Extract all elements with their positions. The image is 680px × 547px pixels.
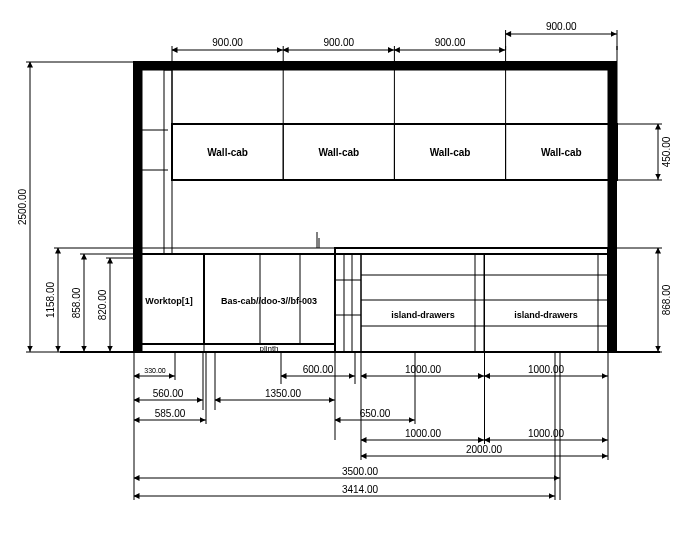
room-outline bbox=[134, 62, 616, 352]
svg-rect-6 bbox=[335, 254, 361, 352]
dim-650: 650.00 bbox=[360, 408, 391, 419]
dim-1158: 1158.00 bbox=[45, 281, 56, 318]
dim-3414: 3414.00 bbox=[342, 484, 379, 495]
island-drawers-right bbox=[485, 254, 609, 352]
dim-3500: 3500.00 bbox=[342, 466, 379, 477]
dim-2000: 2000.00 bbox=[466, 444, 503, 455]
wall-cab-3-label: Wall-cab bbox=[430, 147, 471, 158]
right-wall bbox=[608, 62, 616, 352]
left-wall bbox=[134, 62, 142, 352]
ceiling-slab bbox=[134, 62, 616, 70]
plinth-label: plinth bbox=[259, 344, 278, 353]
dim-1000d: 1000.00 bbox=[528, 428, 565, 439]
svg-rect-18 bbox=[598, 254, 608, 352]
dim-wall1: 900.00 bbox=[212, 37, 243, 48]
island-drawers-left bbox=[361, 254, 485, 352]
island bbox=[335, 254, 608, 352]
wall-cab-4-label: Wall-cab bbox=[541, 147, 582, 158]
dim-wall4: 900.00 bbox=[546, 21, 577, 32]
dim-560: 560.00 bbox=[153, 388, 184, 399]
island-drawers-right-label: island-drawers bbox=[514, 310, 578, 320]
dim-1000a: 1000.00 bbox=[405, 364, 442, 375]
tall-panel bbox=[164, 70, 172, 254]
dim-1000b: 1000.00 bbox=[528, 364, 565, 375]
dim-top-row: 900.00 900.00 900.00 900.00 bbox=[172, 21, 617, 124]
dim-wall3: 900.00 bbox=[435, 37, 466, 48]
dim-bottom: 330.00 600.00 1000.00 1000.00 560.00 135… bbox=[134, 352, 608, 500]
wall-cab-2-label: Wall-cab bbox=[318, 147, 359, 158]
elevation-drawing: Wall-cab Wall-cab Wall-cab Wall-cab Work… bbox=[0, 0, 680, 547]
dim-1350: 1350.00 bbox=[265, 388, 302, 399]
wall-cab-1-label: Wall-cab bbox=[207, 147, 248, 158]
dim-450: 450.00 bbox=[661, 136, 672, 167]
bas-cab-label: Bas-cab//doo-3//bf-003 bbox=[221, 296, 317, 306]
dim-330: 330.00 bbox=[144, 367, 166, 374]
dim-858: 858.00 bbox=[71, 287, 82, 318]
dim-2500: 2500.00 bbox=[17, 188, 28, 225]
dim-wall2: 900.00 bbox=[324, 37, 355, 48]
dim-1000c: 1000.00 bbox=[405, 428, 442, 439]
dim-820: 820.00 bbox=[97, 289, 108, 320]
dim-600: 600.00 bbox=[303, 364, 334, 375]
dim-868: 868.00 bbox=[661, 284, 672, 315]
dim-left: 2500.00 1158.00 858.00 820.00 bbox=[17, 62, 138, 352]
worktop-1-label: Worktop[1] bbox=[145, 296, 192, 306]
svg-rect-14 bbox=[475, 254, 484, 352]
dim-585: 585.00 bbox=[155, 408, 186, 419]
island-drawers-left-label: island-drawers bbox=[391, 310, 455, 320]
